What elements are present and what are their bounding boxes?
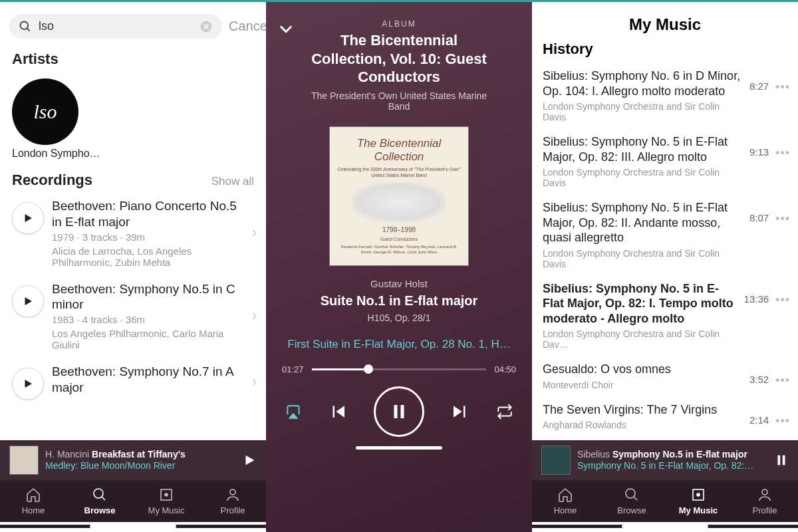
home-indicator	[90, 525, 176, 528]
svg-point-16	[762, 489, 767, 495]
history-title: Sibelius: Symphony No. 5 in E-Flat Major…	[543, 281, 737, 327]
mini-album: Symphony No.5 in E-flat major	[612, 449, 747, 460]
play-button[interactable]	[12, 285, 44, 317]
mini-artist: H. Mancini	[45, 449, 89, 460]
cover-image	[352, 182, 446, 222]
mini-player[interactable]: Sibelius Symphony No.5 in E-flat major S…	[532, 440, 798, 480]
search-icon	[19, 20, 32, 33]
tab-home[interactable]: Home	[532, 480, 598, 522]
clear-icon[interactable]	[200, 20, 213, 33]
artist-avatar[interactable]: lso	[12, 78, 78, 145]
mini-player[interactable]: H. Mancini Breakfast at Tiffany's Medley…	[0, 440, 266, 480]
history-duration: 8:27	[749, 80, 769, 92]
more-icon[interactable]: •••	[775, 212, 790, 226]
history-row[interactable]: Sibelius: Symphony No. 5 in E-Flat Major…	[532, 276, 798, 357]
tab-browse[interactable]: Browse	[66, 480, 133, 522]
play-icon[interactable]	[242, 453, 257, 467]
recording-artists: Los Angeles Philharmonic, Carlo Maria Gi…	[52, 328, 244, 350]
recording-row[interactable]: Beethoven: Symphony No.5 in C minor 1983…	[0, 275, 266, 358]
search-pane: Cancel Artists lso London Sympho… Record…	[0, 2, 266, 532]
more-icon[interactable]: •••	[775, 293, 790, 307]
mini-album-art	[9, 446, 39, 475]
mymusic-icon	[690, 487, 706, 503]
mini-text: Sibelius Symphony No.5 in E-flat major S…	[577, 449, 767, 472]
svg-point-0	[21, 21, 29, 29]
recording-row[interactable]: Beethoven: Piano Concerto No.5 in E-flat…	[0, 192, 266, 275]
svg-point-7	[230, 489, 235, 495]
chevron-right-icon: ›	[252, 307, 257, 325]
pause-button[interactable]	[374, 386, 424, 437]
history-duration: 8:07	[749, 212, 769, 223]
recording-row[interactable]: Beethoven: Symphony No.7 in A major ›	[0, 357, 266, 406]
search-box[interactable]	[9, 14, 222, 39]
cover-subtitle: Celebrating the 200th Anniversary of "Th…	[336, 166, 462, 178]
search-row: Cancel	[0, 2, 266, 45]
mini-album: Breakfast at Tiffany's	[92, 449, 186, 460]
tab-label: My Music	[148, 505, 185, 515]
svg-line-4	[102, 497, 105, 500]
previous-icon[interactable]	[328, 402, 348, 422]
history-row[interactable]: Sibelius: Symphony No. 5 in E-Flat Major…	[532, 129, 798, 195]
tab-bar: HomeBrowseMy MusicProfile	[532, 480, 798, 522]
search-input[interactable]	[39, 19, 193, 33]
tab-label: Browse	[617, 505, 646, 515]
history-row[interactable]: Sibelius: Symphony No. 5 in E-Flat Major…	[532, 195, 798, 276]
show-all-button[interactable]: Show all	[211, 175, 254, 188]
pause-icon[interactable]	[774, 453, 789, 467]
recording-title: Beethoven: Piano Concerto No.5 in E-flat…	[52, 198, 244, 230]
history-artist: Monteverdi Choir	[543, 380, 743, 390]
cover-sub: Guest Conductors	[380, 236, 418, 242]
tab-profile[interactable]: Profile	[732, 480, 798, 522]
play-button[interactable]	[12, 368, 44, 400]
history-list: Sibelius: Symphony No. 6 in D Minor, Op.…	[532, 63, 798, 437]
tab-browse[interactable]: Browse	[598, 480, 665, 522]
more-icon[interactable]: •••	[775, 374, 790, 388]
album-label: ALBUM	[302, 19, 496, 29]
tab-label: Browse	[84, 505, 116, 515]
more-icon[interactable]: •••	[775, 414, 790, 428]
progress-bar[interactable]	[312, 368, 487, 370]
history-header: History	[532, 41, 798, 63]
recording-meta: 1979 · 3 tracks · 39m	[52, 231, 244, 243]
tab-profile[interactable]: Profile	[200, 480, 266, 522]
history-row[interactable]: The Seven Virgins: The 7 Virgins Anghara…	[532, 397, 798, 438]
chevron-down-icon[interactable]	[277, 19, 295, 38]
album-artist: The President's Own United States Marine…	[302, 90, 496, 112]
progress-row: 01:27 04:50	[266, 351, 532, 380]
more-icon[interactable]: •••	[775, 80, 790, 94]
tab-mymusic[interactable]: My Music	[665, 480, 732, 522]
history-title: The Seven Virgins: The 7 Virgins	[543, 402, 743, 418]
repeat-icon[interactable]	[496, 403, 513, 420]
svg-rect-8	[394, 405, 398, 418]
tab-mymusic[interactable]: My Music	[133, 480, 200, 522]
history-duration: 13:36	[744, 293, 769, 305]
history-duration: 2:14	[749, 414, 769, 426]
home-icon	[557, 487, 573, 503]
airplay-icon[interactable]	[285, 403, 302, 420]
artist-name[interactable]: London Sympho…	[0, 148, 266, 160]
history-row[interactable]: Gesualdo: O vos omnes Monteverdi Choir 3…	[532, 356, 798, 397]
history-row[interactable]: Sibelius: Symphony No. 6 in D Minor, Op.…	[532, 63, 798, 129]
svg-line-1	[27, 28, 30, 31]
history-artist: London Symphony Orchestra and Sir Colin …	[543, 167, 743, 188]
cancel-button[interactable]: Cancel	[229, 19, 266, 34]
album-cover: The Bicentennial Collection Celebrating …	[329, 126, 469, 266]
next-icon[interactable]	[450, 402, 470, 422]
history-duration: 9:13	[749, 146, 769, 158]
more-icon[interactable]: •••	[775, 146, 790, 160]
play-button[interactable]	[12, 202, 44, 234]
mini-album-art	[541, 446, 571, 475]
tab-label: My Music	[679, 505, 718, 515]
svg-line-13	[634, 497, 637, 500]
history-title: Sibelius: Symphony No. 5 in E-Flat Major…	[543, 134, 743, 164]
time-elapsed: 01:27	[282, 364, 304, 374]
mini-artist: Sibelius	[577, 449, 610, 460]
mini-track: Symphony No. 5 in E-Flat Major, Op. 82:…	[577, 460, 753, 471]
my-music-pane: My Music History Sibelius: Symphony No. …	[532, 2, 798, 532]
chevron-right-icon: ›	[252, 224, 257, 241]
tab-home[interactable]: Home	[0, 480, 66, 522]
svg-point-6	[165, 493, 168, 496]
recording-artists: Alicia de Larrocha, Los Angeles Philharm…	[52, 245, 244, 268]
history-artist: London Symphony Orchestra and Sir Colin …	[543, 329, 737, 350]
svg-point-15	[697, 493, 700, 496]
